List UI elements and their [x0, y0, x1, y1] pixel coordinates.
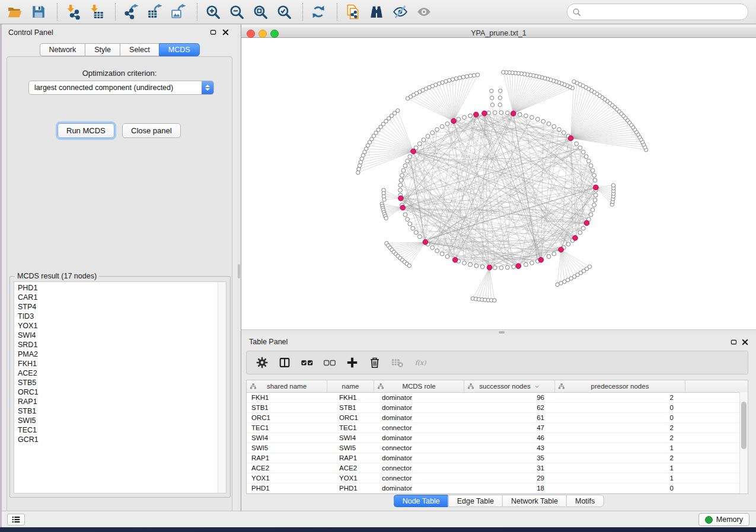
export-table-button[interactable]	[145, 2, 165, 22]
toggle-panel-view-button[interactable]	[276, 354, 294, 371]
mcds-node-item[interactable]: TID3	[14, 312, 218, 321]
function-builder-button[interactable]	[411, 354, 429, 371]
create-column-button[interactable]	[343, 354, 361, 371]
mcds-node-item[interactable]: STB1	[14, 406, 218, 416]
control-panel-float-button[interactable]	[209, 28, 218, 37]
hide-details-button[interactable]	[390, 2, 410, 22]
open-file-button[interactable]	[5, 2, 25, 22]
column-header-name[interactable]: name	[327, 380, 374, 392]
mcds-node-item[interactable]: RAP1	[14, 397, 218, 406]
tree-icon	[250, 383, 257, 390]
mcds-node-item[interactable]: SWI4	[14, 331, 218, 340]
delete-rows-button[interactable]	[366, 354, 384, 371]
search-box[interactable]	[567, 4, 748, 20]
deselect-all-button[interactable]	[321, 354, 339, 371]
tab-motifs[interactable]: Motifs	[566, 495, 604, 507]
import-table-button[interactable]	[87, 2, 107, 22]
column-header-shared-name[interactable]: shared name	[247, 380, 327, 392]
mcds-result-list[interactable]: PHD1CAR1STP4TID3YOX1SWI4SRD1PMA2FKH1ACE2…	[14, 281, 227, 493]
table-cell: ACE2	[327, 464, 374, 472]
folder-open-icon	[7, 4, 23, 20]
tab-select[interactable]: Select	[120, 43, 159, 56]
tab-style[interactable]: Style	[85, 43, 120, 56]
gear-icon	[256, 356, 269, 369]
table-row[interactable]: ACE2ACE2connector311	[247, 463, 748, 473]
mcds-node-item[interactable]: FKH1	[14, 359, 218, 368]
network-window-titlebar[interactable]: YPA_prune.txt_1	[241, 27, 756, 38]
tab-node-table[interactable]: Node Table	[394, 495, 448, 507]
memory-button[interactable]: Memory	[698, 513, 749, 526]
splitter-grip[interactable]	[238, 264, 240, 278]
run-mcds-button[interactable]: Run MCDS	[58, 123, 114, 138]
export-image-button[interactable]	[168, 2, 189, 22]
table-row[interactable]: SWI4SWI4dominator462	[247, 433, 748, 443]
table-scrollbar-thumb[interactable]	[741, 402, 747, 449]
apply-layout-button[interactable]	[308, 2, 328, 22]
tab-network[interactable]: Network	[39, 43, 85, 56]
tab-mcds[interactable]: MCDS	[159, 43, 200, 56]
table-row[interactable]: PHD1PHD1dominator180	[247, 483, 748, 493]
zoom-fit-button[interactable]	[250, 2, 270, 22]
mcds-node-item[interactable]: SRD1	[14, 340, 218, 350]
mcds-node-item[interactable]: CAR1	[14, 293, 218, 302]
network-graph[interactable]	[241, 38, 756, 329]
select-all-button[interactable]	[298, 354, 316, 371]
show-details-button[interactable]	[414, 2, 434, 22]
toolbar-separator	[57, 3, 58, 21]
table-row[interactable]: STB1STB1dominator620	[247, 403, 748, 413]
save-session-button[interactable]	[28, 2, 49, 22]
sort-descending-icon	[534, 384, 540, 389]
mcds-node-item[interactable]: GCR1	[14, 435, 218, 444]
mcds-node-item[interactable]: STB5	[14, 378, 218, 387]
export-network-button[interactable]	[121, 2, 141, 22]
mcds-node-item[interactable]: STP4	[14, 302, 218, 312]
table-cell: dominator	[374, 485, 464, 492]
delete-column-button[interactable]	[388, 354, 406, 371]
table-cell: 35	[464, 454, 555, 462]
table-body: FKH1FKH1dominator962STB1STB1dominator620…	[247, 393, 748, 493]
column-settings-button[interactable]	[253, 354, 271, 371]
table-cell: 47	[464, 424, 555, 431]
zoom-in-button[interactable]	[203, 2, 223, 22]
table-panel-close-button[interactable]	[741, 338, 749, 347]
table-row[interactable]: TEC1TEC1connector472	[247, 423, 748, 433]
optimization-criterion-select[interactable]: largest connected component (undirected)	[28, 81, 214, 95]
zoom-out-button[interactable]	[227, 2, 247, 22]
table-row[interactable]: YOX1YOX1connector291	[247, 473, 748, 483]
node-table[interactable]: shared namenameMCDS rolesuccessor nodesp…	[246, 380, 748, 494]
table-cell: YOX1	[327, 475, 374, 482]
network-canvas[interactable]	[241, 38, 756, 329]
table-row[interactable]: RAP1RAP1dominator352	[247, 453, 748, 463]
mcds-node-item[interactable]: SWI5	[14, 416, 218, 425]
mcds-node-item[interactable]: YOX1	[14, 321, 218, 331]
column-header-successor-nodes[interactable]: successor nodes	[464, 380, 555, 392]
import-network-button[interactable]	[63, 2, 83, 22]
find-button[interactable]	[366, 2, 387, 22]
mcds-node-item[interactable]: ORC1	[14, 387, 218, 397]
table-row[interactable]: FKH1FKH1dominator962	[247, 393, 748, 403]
mcds-node-item[interactable]: TEC1	[14, 425, 218, 435]
control-panel-close-button[interactable]	[221, 28, 230, 37]
table-row[interactable]: SWI5SWI5connector431	[247, 443, 748, 453]
column-header-MCDS-role[interactable]: MCDS role	[374, 380, 464, 392]
close-panel-button[interactable]: Close panel	[122, 123, 181, 138]
horizontal-splitter[interactable]	[241, 329, 756, 334]
search-input[interactable]	[584, 7, 743, 17]
table-panel-float-button[interactable]	[729, 338, 738, 347]
mcds-node-item[interactable]: PHD1	[14, 283, 218, 293]
mcds-node-item[interactable]: PMA2	[14, 350, 218, 359]
network-window: YPA_prune.txt_1	[241, 24, 756, 334]
zoom-selected-button[interactable]	[274, 2, 294, 22]
splitter-grip[interactable]	[499, 331, 505, 334]
column-header-predecessor-nodes[interactable]: predecessor nodes	[555, 380, 685, 392]
mcds-node-item[interactable]: ACE2	[14, 368, 218, 378]
vertical-splitter[interactable]	[237, 24, 241, 511]
table-row[interactable]: ORC1ORC1dominator610	[247, 413, 748, 423]
mcds-list-scrollbar[interactable]	[218, 282, 226, 493]
fx-icon	[411, 356, 429, 369]
tab-edge-table[interactable]: Edge Table	[448, 495, 502, 507]
table-scrollbar[interactable]	[739, 392, 748, 493]
show-panels-button[interactable]	[7, 514, 25, 525]
tab-network-table[interactable]: Network Table	[502, 495, 566, 507]
clone-network-button[interactable]	[343, 2, 363, 22]
